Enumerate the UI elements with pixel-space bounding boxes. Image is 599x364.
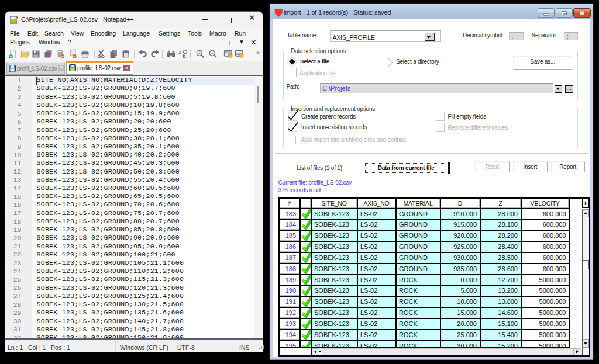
svg-text:a: a [179, 50, 183, 56]
